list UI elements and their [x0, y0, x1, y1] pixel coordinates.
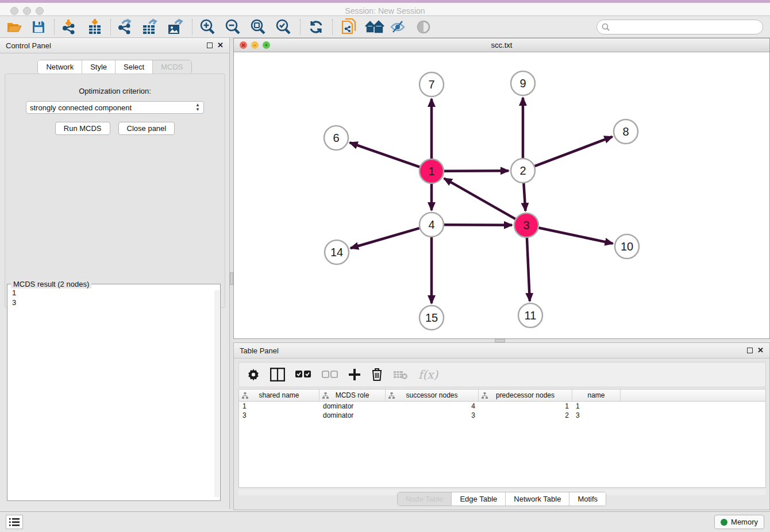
import-table-icon[interactable] — [86, 18, 103, 36]
memory-button[interactable]: Memory — [714, 515, 764, 529]
network-window-title: scc.txt — [234, 41, 769, 49]
show-task-history-button[interactable] — [6, 515, 23, 529]
memory-label: Memory — [731, 518, 758, 526]
status-bar: Memory — [0, 511, 770, 532]
zoom-selected-icon[interactable] — [275, 18, 292, 36]
table-row[interactable]: 1dominator411 — [239, 402, 765, 411]
search-input[interactable] — [596, 20, 763, 34]
tab-network[interactable]: Network — [38, 60, 82, 74]
attribute-icon — [322, 392, 329, 399]
column-header-shared-name[interactable]: shared name — [239, 390, 319, 401]
network-canvas[interactable]: 7968124314101511 — [234, 52, 769, 338]
home-icon[interactable] — [364, 18, 385, 36]
table-cell[interactable]: 1 — [572, 402, 621, 411]
table-cell[interactable]: 4 — [386, 402, 479, 411]
node-label: 3 — [523, 219, 529, 232]
select-all-icon[interactable] — [295, 371, 311, 379]
float-panel-icon[interactable] — [747, 348, 753, 353]
network-graph: 7968124314101511 — [234, 52, 769, 338]
tab-motifs[interactable]: Motifs — [569, 492, 606, 506]
tab-select[interactable]: Select — [116, 60, 153, 74]
edge-3-11[interactable] — [527, 238, 530, 301]
table-cell[interactable]: 3 — [572, 411, 621, 420]
zoom-out-icon[interactable] — [224, 18, 241, 36]
export-network-icon[interactable] — [116, 18, 133, 36]
close-panel-button[interactable]: Close panel — [118, 122, 175, 135]
tab-node-table[interactable]: Node Table — [398, 492, 452, 506]
table-cell[interactable]: 3 — [239, 411, 319, 420]
control-panel-tabs: NetworkStyleSelectMCDS — [0, 60, 229, 74]
node-label: 6 — [333, 132, 339, 144]
edge-3-10[interactable] — [539, 228, 613, 244]
delete-column-icon[interactable] — [371, 368, 383, 381]
show-column-icon[interactable] — [270, 368, 285, 381]
tab-mcds[interactable]: MCDS — [153, 60, 191, 74]
node-label: 7 — [428, 78, 434, 91]
edge-2-3[interactable] — [523, 183, 525, 211]
close-panel-icon[interactable]: ✕ — [757, 348, 764, 353]
optimization-criterion-label: Optimization criterion: — [5, 87, 225, 95]
mcds-result-title: MCDS result (2 nodes) — [11, 280, 91, 288]
column-header-successor-nodes[interactable]: successor nodes — [386, 390, 479, 401]
column-header-MCDS-role[interactable]: MCDS role — [319, 390, 386, 401]
show-details-icon[interactable] — [415, 18, 432, 36]
tab-edge-table[interactable]: Edge Table — [452, 492, 506, 506]
edge-1-2[interactable] — [444, 171, 509, 171]
table-header-row: shared nameMCDS rolesuccessor nodesprede… — [239, 390, 765, 402]
column-header-name[interactable]: name — [572, 390, 621, 401]
criterion-value: strongly connected component — [30, 103, 132, 112]
table-cell[interactable]: 1 — [239, 402, 319, 411]
zoom-fit-icon[interactable] — [249, 18, 267, 36]
save-session-icon[interactable] — [30, 18, 47, 36]
node-label: 15 — [425, 311, 438, 324]
network-file-icon[interactable] — [340, 18, 357, 36]
main-toolbar — [0, 16, 770, 38]
node-label: 10 — [621, 240, 633, 253]
table-row[interactable]: 3dominator323 — [239, 411, 765, 420]
edge-1-6[interactable] — [350, 142, 420, 167]
float-panel-icon[interactable] — [207, 43, 213, 48]
edge-2-8[interactable] — [535, 137, 613, 166]
table-cell[interactable]: 1 — [479, 402, 572, 411]
select-stepper-icon: ▲▼ — [195, 103, 200, 112]
table-cell[interactable]: 2 — [479, 411, 572, 420]
run-mcds-button[interactable]: Run MCDS — [55, 122, 110, 135]
node-label: 4 — [428, 218, 434, 231]
criterion-select[interactable]: strongly connected component ▲▼ — [26, 101, 204, 114]
node-table[interactable]: shared nameMCDS rolesuccessor nodesprede… — [238, 389, 766, 488]
edge-4-14[interactable] — [351, 228, 419, 248]
table-tabs: Node TableEdge TableNetwork TableMotifs — [234, 492, 769, 506]
hide-style-icon[interactable] — [390, 18, 407, 36]
edge-4-3[interactable] — [444, 225, 512, 225]
network-view-window: ✕ − + scc.txt 7968124314101511 — [233, 38, 770, 339]
table-cell[interactable]: dominator — [319, 411, 386, 420]
deselect-all-icon[interactable] — [322, 371, 338, 379]
export-table-icon[interactable] — [141, 18, 159, 36]
node-label: 11 — [525, 309, 537, 322]
add-column-icon[interactable] — [348, 368, 361, 381]
edge-3-1[interactable] — [444, 178, 515, 219]
control-panel-header: Control Panel ✕ — [0, 38, 229, 53]
window-titlebar: Session: New Session — [0, 0, 770, 16]
zoom-in-icon[interactable] — [199, 18, 216, 36]
node-label: 1 — [428, 165, 434, 178]
tab-network-table[interactable]: Network Table — [506, 492, 569, 506]
node-label: 2 — [519, 164, 526, 177]
table-panel: Table Panel ✕ f(x) shared nameMCDS roles… — [233, 342, 770, 510]
result-scrollbar[interactable] — [214, 290, 220, 497]
export-image-icon[interactable] — [167, 18, 184, 36]
import-network-icon[interactable] — [60, 18, 77, 36]
mcds-result-box: MCDS result (2 nodes) 1 3 — [7, 284, 221, 501]
window-title: Session: New Session — [0, 6, 770, 16]
node-label: 8 — [622, 125, 629, 138]
refresh-icon[interactable] — [307, 18, 325, 36]
function-builder-icon: f(x) — [418, 368, 438, 381]
table-cell[interactable]: 3 — [386, 411, 479, 420]
column-header-predecessor-nodes[interactable]: predecessor nodes — [479, 390, 572, 401]
table-settings-icon[interactable] — [247, 368, 260, 381]
open-session-icon[interactable] — [6, 18, 23, 36]
tab-style[interactable]: Style — [82, 60, 116, 74]
attribute-icon — [242, 392, 248, 399]
close-panel-icon[interactable]: ✕ — [217, 43, 224, 48]
table-cell[interactable]: dominator — [319, 402, 386, 411]
